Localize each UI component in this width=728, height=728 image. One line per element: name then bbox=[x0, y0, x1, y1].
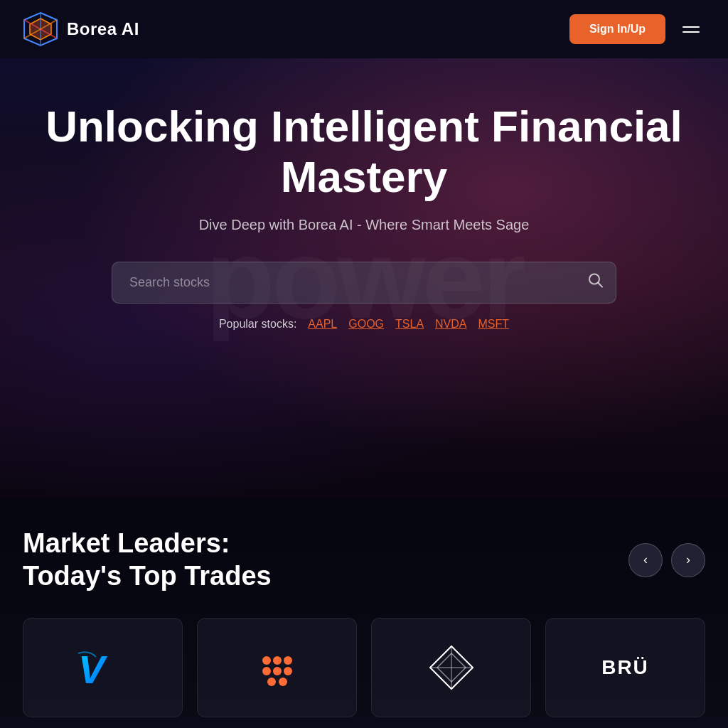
card-logo-4: BRÜ bbox=[597, 646, 654, 689]
borea-logo-icon bbox=[23, 11, 58, 47]
svg-point-9 bbox=[273, 656, 282, 665]
menu-button[interactable] bbox=[677, 21, 705, 38]
stock-link-goog[interactable]: GOOG bbox=[348, 318, 384, 331]
hero-section: power Unlocking Intelligent Financial Ma… bbox=[0, 58, 728, 499]
stock-card-3[interactable] bbox=[371, 618, 531, 717]
svg-text:V: V bbox=[78, 647, 108, 689]
next-icon: › bbox=[686, 552, 690, 567]
svg-point-15 bbox=[279, 678, 287, 686]
svg-point-10 bbox=[284, 656, 292, 665]
cards-row: V bbox=[23, 618, 705, 717]
carousel-next-button[interactable]: › bbox=[671, 543, 705, 577]
carousel-prev-button[interactable]: ‹ bbox=[628, 543, 663, 577]
stock-link-nvda[interactable]: NVDA bbox=[435, 318, 466, 331]
navbar: Borea AI Sign In/Up bbox=[0, 0, 728, 58]
search-input[interactable] bbox=[112, 262, 616, 304]
stock-link-msft[interactable]: MSFT bbox=[478, 318, 510, 331]
card-logo-2 bbox=[249, 646, 306, 689]
search-button[interactable] bbox=[588, 273, 604, 292]
stock-link-aapl[interactable]: AAPL bbox=[308, 318, 337, 331]
hero-title: Unlocking Intelligent Financial Mastery bbox=[23, 101, 705, 203]
sign-in-button[interactable]: Sign In/Up bbox=[569, 14, 665, 44]
dots-logo-icon bbox=[252, 646, 302, 689]
prev-icon: ‹ bbox=[643, 552, 648, 567]
menu-line-2 bbox=[682, 31, 700, 33]
market-section: Market Leaders:Today's Top Trades ‹ › bbox=[0, 499, 728, 717]
svg-line-6 bbox=[599, 283, 603, 287]
card-logo-1: V bbox=[75, 646, 132, 689]
bru-text-logo: BRÜ bbox=[601, 656, 649, 679]
carousel-controls: ‹ › bbox=[628, 543, 705, 577]
stock-card-1[interactable]: V bbox=[23, 618, 183, 717]
stock-card-2[interactable] bbox=[197, 618, 357, 717]
logo-text: Borea AI bbox=[67, 19, 139, 39]
popular-stocks-label: Popular stocks: bbox=[219, 318, 296, 331]
card-logo-3 bbox=[423, 646, 480, 689]
diamond-logo-icon bbox=[427, 643, 476, 692]
search-container bbox=[112, 262, 616, 304]
logo-area: Borea AI bbox=[23, 11, 139, 47]
popular-stocks: Popular stocks: AAPL GOOG TSLA NVDA MSFT bbox=[23, 318, 705, 331]
stock-link-tsla[interactable]: TSLA bbox=[395, 318, 424, 331]
market-header: Market Leaders:Today's Top Trades ‹ › bbox=[23, 528, 705, 592]
svg-point-11 bbox=[262, 667, 271, 675]
stock-card-4[interactable]: BRÜ bbox=[545, 618, 705, 717]
svg-point-12 bbox=[273, 667, 282, 675]
menu-line-1 bbox=[682, 26, 700, 28]
svg-point-14 bbox=[267, 678, 276, 686]
svg-point-13 bbox=[284, 667, 292, 675]
v-logo-icon: V bbox=[75, 646, 132, 689]
svg-point-8 bbox=[262, 656, 271, 665]
market-title: Market Leaders:Today's Top Trades bbox=[23, 528, 272, 592]
search-icon bbox=[588, 273, 604, 289]
hero-subtitle: Dive Deep with Borea AI - Where Smart Me… bbox=[23, 217, 705, 233]
nav-right: Sign In/Up bbox=[569, 14, 705, 44]
